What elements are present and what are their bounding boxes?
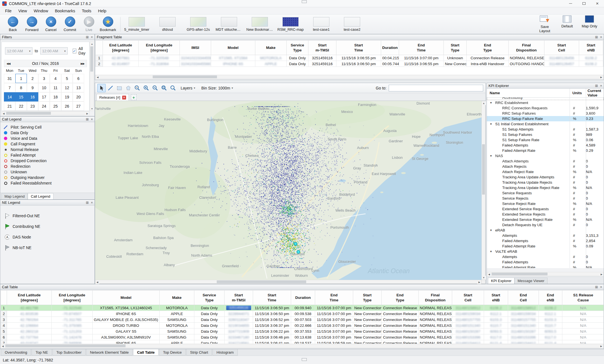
close-panel-icon[interactable]: × bbox=[600, 36, 602, 39]
tab-strip-chart[interactable]: Strip Chart bbox=[186, 349, 212, 356]
float-panel-icon[interactable]: ⊞ bbox=[86, 36, 89, 39]
time-from-select[interactable]: 12:00 AM▾ bbox=[5, 47, 32, 55]
calendar-day-19[interactable]: 19 bbox=[61, 92, 73, 101]
scroll-right-icon[interactable]: ▶ bbox=[477, 280, 481, 284]
float-panel-icon[interactable]: ⊞ bbox=[86, 201, 89, 204]
bookmark-gps-after-12s[interactable]: GPS-after-12s bbox=[185, 17, 212, 32]
tab-call-legend[interactable]: Call Legend bbox=[28, 193, 53, 199]
layers-dropdown[interactable]: Layers▾ bbox=[178, 86, 198, 90]
column-header-end-latitude-degrees[interactable]: End Latitude [degrees] bbox=[7, 290, 52, 305]
column-header-start-enb[interactable]: Start eNB bbox=[579, 41, 603, 55]
column-header-end-time[interactable]: End Time bbox=[315, 290, 353, 305]
call-horizontal-scrollbar[interactable]: ◀ ▶ bbox=[1, 344, 603, 348]
column-header-start-enb[interactable]: Start eNB bbox=[484, 290, 508, 305]
scroll-down-icon[interactable]: ▼ bbox=[90, 107, 94, 111]
column-header-service-type[interactable]: Service Type bbox=[194, 290, 225, 305]
column-header-duration[interactable]: Duration bbox=[381, 41, 399, 55]
column-header-end-enb[interactable]: End eNB bbox=[539, 290, 562, 305]
bookmark-mdt-stituched-calls[interactable]: MDT stituched calls bbox=[216, 17, 242, 32]
select-polygon-button[interactable] bbox=[124, 84, 133, 92]
bookmark-test-case2[interactable]: test-case2 bbox=[339, 17, 365, 32]
column-header-start-time[interactable]: Start Time bbox=[336, 41, 381, 55]
float-panel-icon[interactable]: ⊞ bbox=[595, 285, 598, 289]
kpi-row-service-requests[interactable]: Service Requests#0 bbox=[487, 190, 604, 196]
calendar-day-7[interactable]: 7 bbox=[4, 83, 15, 92]
chevron-down-icon[interactable]: ▾ bbox=[489, 250, 495, 253]
maximize-button[interactable] bbox=[577, 0, 591, 7]
column-header-start-type[interactable]: Start Type bbox=[444, 41, 467, 55]
commit-button[interactable]: ✓Commit bbox=[60, 16, 79, 32]
column-header-model[interactable]: Model bbox=[93, 290, 160, 305]
column-header-start-time[interactable]: Start Time bbox=[253, 290, 291, 305]
kpi-row-rrc-connection-requests[interactable]: RRC Connection Requests#1,590,9 bbox=[487, 105, 604, 111]
calendar-day-3[interactable]: 3 bbox=[38, 74, 50, 83]
kpi-row-rrc-setup-failure-rate[interactable]: RRC Setup Failure Rate%0.23 bbox=[487, 116, 604, 121]
table-row[interactable]: 442.106664-71.375085DROID TURBOMOTOROLAD… bbox=[1, 323, 604, 328]
kpi-row-s1-setup-failure-rate[interactable]: S1 Setup Failure Rate%0.06 bbox=[487, 137, 604, 143]
map-only-button[interactable]: Map Only bbox=[581, 15, 598, 29]
calendar-day-5[interactable]: 5 bbox=[61, 74, 73, 83]
menu-window[interactable]: Window bbox=[30, 8, 52, 14]
calendar-day-18[interactable]: 18 bbox=[50, 92, 61, 101]
table-row[interactable]: 642.737764-71.142476A3LSMG900V, A3LSMN91… bbox=[1, 334, 604, 340]
close-panel-icon[interactable]: × bbox=[600, 285, 602, 289]
column-header-service-type[interactable]: Service Type bbox=[287, 41, 308, 55]
zoom-window-button[interactable] bbox=[169, 84, 177, 92]
kpi-row-attach-rejects[interactable]: Attach Rejects#0 bbox=[487, 164, 604, 169]
back-button[interactable]: ←Back bbox=[3, 16, 22, 32]
column-header-make[interactable]: Make bbox=[255, 41, 287, 55]
kpi-row-erab[interactable]: ▾eRAB bbox=[487, 228, 604, 233]
scroll-down-icon[interactable]: ▼ bbox=[482, 276, 486, 280]
calendar-day-16[interactable]: 16 bbox=[27, 92, 38, 101]
bookmark-button[interactable]: ★Bookmark bbox=[98, 16, 117, 32]
menu-tools[interactable]: Tools bbox=[79, 8, 95, 14]
kpi-row-failed-attempt-rate[interactable]: Failed Attempt Rate%0.09 bbox=[487, 244, 604, 249]
calendar-day-11[interactable]: 11 bbox=[50, 83, 61, 92]
bin-size-dropdown[interactable]: Bin Size: 1000m ▾ bbox=[199, 86, 236, 90]
chevron-down-icon[interactable]: ▾ bbox=[489, 154, 495, 158]
kpi-row-failed-attempt-rate[interactable]: Failed Attempt Rate%0.29 bbox=[487, 148, 604, 153]
map-vertical-scrollbar[interactable]: ▲ ▼ bbox=[482, 101, 485, 280]
close-panel-icon[interactable]: × bbox=[91, 118, 93, 121]
kpi-row-service-reject-rate[interactable]: Service Reject Rate%N/A bbox=[487, 201, 604, 206]
close-panel-icon[interactable]: × bbox=[91, 201, 93, 204]
column-header-end-type[interactable]: End Type bbox=[467, 41, 509, 55]
menu-file[interactable]: File bbox=[2, 8, 15, 14]
table-row[interactable]: 142.807981-71.320548310410223344556XT156… bbox=[96, 55, 603, 61]
column-header-s1-release-cause[interactable]: S1 Release Cause bbox=[562, 290, 604, 305]
column-header-start-m-tmsi[interactable]: Start m-TMSI bbox=[225, 290, 253, 305]
calendar-day-26[interactable]: 26 bbox=[61, 101, 73, 111]
calendar-day-10[interactable]: 10 bbox=[38, 83, 50, 92]
menu-help[interactable]: Help bbox=[95, 8, 110, 14]
calendar-day-4[interactable]: 4 bbox=[50, 74, 61, 83]
cancel-button[interactable]: ×Cancel bbox=[41, 16, 60, 32]
calendar-day-24[interactable]: 24 bbox=[38, 101, 50, 111]
table-row[interactable]: 142.481798-71.322548XT1565, XT1564, LX12… bbox=[1, 305, 604, 311]
scroll-up-icon[interactable]: ▲ bbox=[482, 101, 486, 105]
column-header-start-cell[interactable]: Start Cell bbox=[544, 41, 579, 55]
calendar-day-9[interactable]: 9 bbox=[27, 83, 38, 92]
column-header-make[interactable]: Make bbox=[160, 290, 194, 305]
filters-horizontal-scrollbar[interactable]: ◀ ▶ bbox=[1, 111, 89, 115]
calendar-day-13[interactable]: 13 bbox=[73, 83, 84, 92]
splitter-handle-top[interactable] bbox=[302, 0, 307, 3]
tab-releases[interactable]: Releases [#] ✕ bbox=[96, 94, 129, 101]
select-rectangle-button[interactable] bbox=[115, 84, 124, 92]
calendar-day-20[interactable]: 20 bbox=[73, 92, 84, 101]
column-header-end-time[interactable]: End Time bbox=[399, 41, 444, 55]
chevron-down-icon[interactable]: ▾ bbox=[489, 122, 495, 126]
scroll-right-icon[interactable]: ▶ bbox=[599, 344, 603, 348]
calendar-day-17[interactable]: 17 bbox=[38, 92, 50, 101]
select-cursor-button[interactable] bbox=[97, 84, 106, 92]
column-header-units[interactable]: Units bbox=[572, 89, 582, 97]
chevron-down-icon[interactable]: ▾ bbox=[489, 101, 495, 105]
column-header-end-longitude-degrees[interactable]: End Longitude [degrees] bbox=[139, 41, 180, 55]
kpi-row-tracking-area-update-attempts[interactable]: Tracking Area Update Attempts#0 bbox=[487, 174, 604, 180]
bookmark-5-minute-timer[interactable]: 5_minute_timer bbox=[123, 17, 150, 32]
table-row[interactable]: 542.260218-71.121203GALAXY S5SAMSUNGData… bbox=[1, 328, 604, 334]
column-header-final-disposition[interactable]: Final Disposition bbox=[509, 41, 544, 55]
column-header-end-latitude-degrees[interactable]: End Latitude [degrees] bbox=[103, 41, 139, 55]
live-button[interactable]: ▶Live bbox=[79, 16, 98, 32]
time-to-select[interactable]: 12:00 AM▾ bbox=[40, 47, 68, 55]
column-header-model[interactable]: Model bbox=[211, 41, 255, 55]
